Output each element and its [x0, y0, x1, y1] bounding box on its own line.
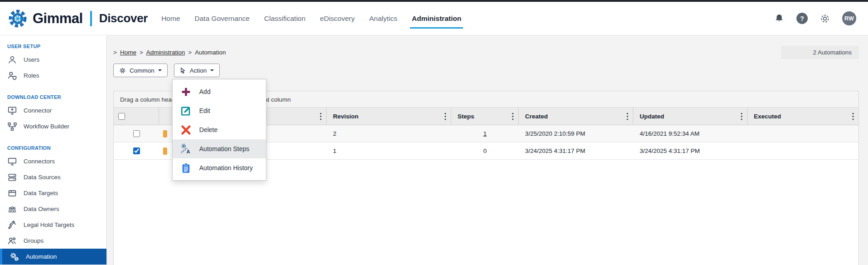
help-icon[interactable]: ?: [796, 13, 808, 24]
automation-count: 2 Automations: [781, 46, 859, 59]
column-header-steps[interactable]: Steps: [451, 108, 519, 125]
column-label: Steps: [458, 113, 474, 120]
breadcrumb-administration[interactable]: Administration: [146, 49, 185, 56]
created-cell: 3/25/2020 2:10:59 PM: [519, 125, 633, 142]
gimmal-logo-icon: [8, 9, 27, 28]
column-menu-icon[interactable]: [741, 113, 743, 120]
user-avatar[interactable]: RW: [842, 11, 856, 25]
nav-item-ediscovery[interactable]: eDiscovery: [320, 2, 355, 35]
revision-cell: 1: [327, 142, 451, 159]
sidebar-item-label: Data Owners: [24, 206, 59, 212]
nav-item-administration[interactable]: Administration: [412, 2, 461, 35]
automation-name-icon: [163, 147, 167, 155]
sidebar-item-groups[interactable]: Groups: [0, 233, 106, 249]
breadcrumb-separator: >: [140, 49, 143, 56]
steps-cell: 1: [451, 125, 519, 142]
row-checkbox[interactable]: [133, 130, 140, 137]
sidebar-item-automation[interactable]: Automation: [0, 249, 106, 265]
menu-item-edit[interactable]: Edit: [173, 101, 266, 120]
action-button[interactable]: Action: [174, 64, 220, 77]
monitor-icon: [7, 157, 17, 167]
menu-item-label: Delete: [199, 126, 217, 133]
brand-divider: [90, 11, 92, 26]
chevron-down-icon: [210, 69, 214, 73]
edit-pencil-icon: [180, 105, 192, 117]
notifications-bell-icon[interactable]: [774, 13, 785, 24]
nav-item-home[interactable]: Home: [161, 2, 180, 35]
select-all-checkbox[interactable]: [118, 113, 125, 120]
automation-name-icon: [163, 130, 167, 137]
column-menu-icon[interactable]: [320, 113, 322, 120]
menu-item-automation-steps[interactable]: A Automation Steps: [173, 139, 266, 158]
breadcrumb-separator: >: [113, 49, 117, 56]
common-gear-icon: [119, 67, 126, 74]
breadcrumb-separator: >: [188, 49, 192, 56]
sidebar-gap: [0, 134, 106, 140]
column-menu-icon[interactable]: [512, 113, 514, 120]
sidebar-item-users[interactable]: Users: [0, 52, 106, 68]
breadcrumb-home[interactable]: Home: [120, 49, 136, 56]
sidebar-item-data-owners[interactable]: Data Owners: [0, 201, 106, 217]
sidebar-item-label: Groups: [24, 237, 43, 244]
menu-item-delete[interactable]: Delete: [173, 120, 266, 139]
body-row: USER SETUP Users Roles DOWNLOAD CENTER: [0, 35, 868, 265]
sidebar-item-label: Workflow Builder: [24, 123, 69, 130]
menu-item-automation-history[interactable]: Automation History: [173, 158, 266, 177]
executed-cell: [747, 142, 858, 159]
column-label: Updated: [640, 113, 664, 120]
sidebar-item-data-targets[interactable]: Data Targets: [0, 185, 106, 201]
sidebar-item-legal-hold-targets[interactable]: Legal Hold Targets: [0, 217, 106, 233]
settings-gear-icon[interactable]: [820, 13, 830, 24]
sidebar-item-workflow-builder[interactable]: Workflow Builder: [0, 118, 106, 134]
menu-item-label: Automation Steps: [199, 145, 250, 152]
sidebar-section-download-center: DOWNLOAD CENTER: [0, 89, 106, 103]
row-select-cell: [114, 142, 159, 159]
sidebar-item-connector[interactable]: Connector: [0, 103, 106, 118]
app-root: Gimmal Discover Home Data Governance Cla…: [0, 0, 868, 265]
header-actions: ? RW: [774, 11, 856, 25]
column-header-created[interactable]: Created: [519, 108, 633, 125]
column-menu-icon[interactable]: [444, 113, 446, 120]
people-icon: [7, 204, 17, 214]
nav-item-classification[interactable]: Classification: [264, 2, 305, 35]
box-icon: [7, 188, 17, 198]
sidebar-item-label: Legal Hold Targets: [24, 221, 74, 228]
menu-item-label: Add: [199, 88, 211, 95]
column-menu-icon[interactable]: [627, 113, 628, 120]
row-checkbox[interactable]: [133, 147, 140, 154]
sidebar: USER SETUP Users Roles DOWNLOAD CENTER: [0, 35, 107, 265]
column-header-revision[interactable]: Revision: [327, 108, 451, 125]
app-header: Gimmal Discover Home Data Governance Cla…: [0, 2, 868, 35]
column-header-executed[interactable]: Executed: [747, 108, 858, 125]
column-label: Executed: [754, 113, 781, 120]
action-menu: Add Edit: [172, 79, 266, 181]
nav-item-data-governance[interactable]: Data Governance: [195, 2, 250, 35]
gavel-icon: [7, 220, 17, 230]
common-button[interactable]: Common: [113, 64, 168, 77]
menu-item-add[interactable]: Add: [173, 82, 266, 101]
sidebar-item-data-sources[interactable]: Data Sources: [0, 169, 106, 185]
main-content: > Home > Administration > Automation 2 A…: [107, 35, 868, 265]
sidebar-item-roles[interactable]: Roles: [0, 68, 106, 83]
server-icon: [7, 172, 17, 182]
column-menu-icon[interactable]: [852, 113, 854, 120]
primary-nav: Home Data Governance Classification eDis…: [161, 2, 461, 35]
brand[interactable]: Gimmal Discover: [8, 9, 148, 28]
steps-link[interactable]: 1: [483, 130, 487, 137]
sidebar-section-user-setup: USER SETUP: [0, 38, 106, 52]
sidebar-item-connectors[interactable]: Connectors: [0, 153, 106, 169]
menu-item-label: Automation History: [199, 164, 253, 172]
common-button-label: Common: [130, 67, 154, 74]
sidebar-item-label: Data Targets: [24, 190, 58, 196]
nav-item-analytics[interactable]: Analytics: [369, 2, 397, 35]
sidebar-item-label: Roles: [24, 72, 39, 79]
column-header-updated[interactable]: Updated: [633, 108, 747, 125]
monitor-download-icon: [7, 106, 17, 116]
sidebar-item-label: Automation: [26, 253, 57, 260]
svg-text:A: A: [186, 148, 190, 154]
sidebar-section-configuration: CONFIGURATION: [0, 140, 106, 153]
group-icon: [7, 236, 17, 246]
chevron-down-icon: [158, 69, 162, 73]
select-all-header-cell: [114, 108, 159, 125]
cursor-icon: [180, 67, 186, 74]
